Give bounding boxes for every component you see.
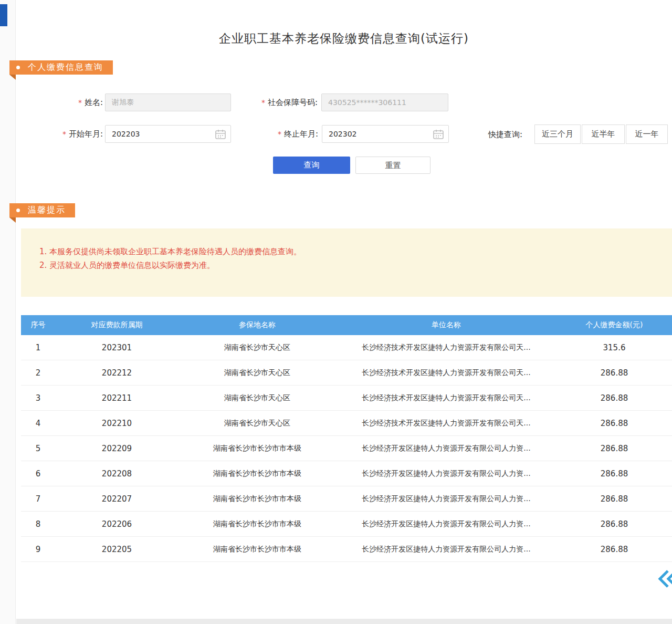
bottom-strip: [16, 619, 672, 624]
name-input: [106, 94, 230, 111]
dot-icon: [16, 209, 20, 212]
col-header-period: 对应费款所属期: [55, 315, 178, 335]
query-button[interactable]: 查询: [273, 157, 350, 174]
dot-icon: [16, 66, 20, 69]
page-title: 企业职工基本养老保险缴费信息查询(试运行): [16, 30, 672, 47]
end-month-label: *终止年月:: [260, 125, 318, 143]
table-row: 3 202211 湖南省长沙市天心区 长沙经济技术开发区捷特人力资源开发有限公司…: [21, 386, 672, 411]
col-header-amount: 个人缴费金额(元): [556, 315, 672, 335]
required-asterisk: *: [261, 98, 265, 107]
table-row: 4 202210 湖南省长沙市天心区 长沙经济技术开发区捷特人力资源开发有限公司…: [21, 411, 672, 436]
required-asterisk: *: [278, 130, 281, 138]
corner-tab: [0, 4, 7, 26]
start-month-label: *开始年月:: [44, 125, 103, 143]
quick-last-3-months-button[interactable]: 近三个月: [534, 124, 581, 144]
reset-button[interactable]: 重置: [355, 157, 430, 174]
table-header-row: 序号 对应费款所属期 参保地名称 单位名称 个人缴费金额(元): [21, 315, 672, 335]
tip-line-2: 2. 灵活就业人员的缴费单位信息以实际缴费为准。: [39, 258, 672, 272]
ssn-field: [321, 93, 448, 111]
tips-notice-box: 1. 本服务仅提供尚未领取企业职工基本养老保险待遇人员的缴费信息查询。 2. 灵…: [21, 228, 672, 297]
col-header-insured-place: 参保地名称: [178, 315, 336, 335]
table-row: 2 202212 湖南省长沙市天心区 长沙经济技术开发区捷特人力资源开发有限公司…: [21, 360, 672, 386]
required-asterisk: *: [62, 130, 66, 138]
payment-table: 序号 对应费款所属期 参保地名称 单位名称 个人缴费金额(元) 1 202301…: [21, 315, 672, 562]
tip-line-1: 1. 本服务仅提供尚未领取企业职工基本养老保险待遇人员的缴费信息查询。: [39, 245, 672, 258]
section-header-personal-query: 个人缴费信息查询: [9, 60, 113, 75]
double-left-chevron-icon[interactable]: [656, 568, 672, 589]
table-row: 6 202208 湖南省长沙市长沙市市本级 长沙经济开发区捷特人力资源开发有限公…: [21, 461, 672, 486]
required-asterisk: *: [78, 98, 82, 107]
section-header-tips: 温馨提示: [9, 203, 75, 217]
col-header-employer: 单位名称: [336, 315, 556, 335]
section-header-label: 温馨提示: [28, 205, 66, 216]
table-row: 1 202301 湖南省长沙市天心区 长沙经济技术开发区捷特人力资源开发有限公司…: [21, 335, 672, 360]
ssn-label: *社会保障号码:: [239, 93, 318, 111]
name-field: [105, 93, 231, 111]
left-sidebar-strip: [0, 0, 16, 624]
end-month-input[interactable]: [322, 126, 448, 142]
table-row: 7 202207 湖南省长沙市长沙市市本级 长沙经济开发区捷特人力资源开发有限公…: [21, 486, 672, 512]
name-label: *姓名:: [46, 93, 103, 111]
page: 企业职工基本养老保险缴费信息查询(试运行) 个人缴费信息查询 *姓名: *社会保…: [0, 0, 672, 624]
calendar-icon[interactable]: [433, 129, 444, 139]
quick-last-half-year-button[interactable]: 近半年: [582, 124, 625, 144]
table-row: 9 202205 湖南省长沙市长沙市市本级 长沙经济开发区捷特人力资源开发有限公…: [21, 537, 672, 562]
start-month-field[interactable]: [105, 125, 231, 143]
table-row: 8 202206 湖南省长沙市长沙市市本级 长沙经济开发区捷特人力资源开发有限公…: [21, 512, 672, 537]
ssn-input: [322, 94, 448, 111]
quick-query-group: 近三个月 近半年 近一年: [534, 124, 668, 144]
col-header-seq: 序号: [21, 315, 55, 335]
section-header-label: 个人缴费信息查询: [28, 62, 103, 73]
quick-query-label: 快捷查询:: [488, 125, 522, 144]
end-month-field[interactable]: [322, 125, 449, 143]
calendar-icon[interactable]: [215, 129, 226, 139]
table-row: 5 202209 湖南省长沙市长沙市市本级 长沙经济开发区捷特人力资源开发有限公…: [21, 436, 672, 461]
quick-last-year-button[interactable]: 近一年: [626, 124, 668, 144]
start-month-input[interactable]: [106, 126, 230, 142]
